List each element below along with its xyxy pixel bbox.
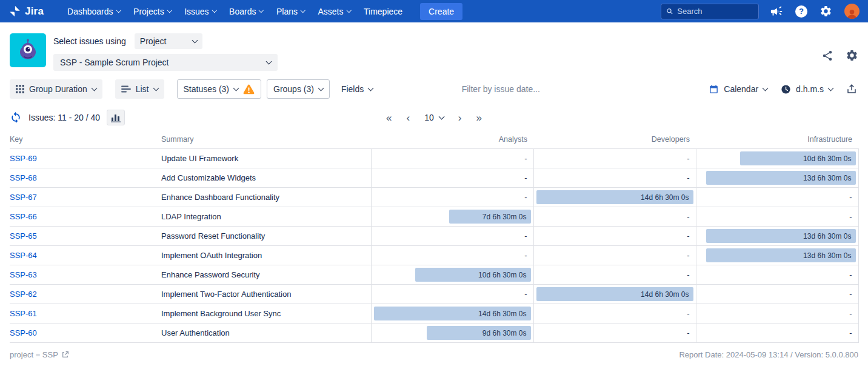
create-button[interactable]: Create — [420, 3, 462, 20]
nav-item-timepiece[interactable]: Timepiece — [357, 0, 409, 22]
table-row: SSP-64Implement OAuth Integration--13d 6… — [10, 246, 858, 265]
first-page-button[interactable]: « — [386, 113, 392, 123]
groups-dropdown[interactable]: Groups (3) — [267, 79, 330, 99]
issue-summary: Implement Background User Sync — [161, 304, 371, 324]
report-settings-gear-icon[interactable] — [846, 49, 858, 62]
issue-key-link[interactable]: SSP-61 — [10, 309, 37, 318]
key-cell: SSP-65 — [10, 227, 161, 246]
issue-table: Key Summary Analysts Developers Infrastr… — [10, 131, 859, 343]
chevron-down-icon — [233, 85, 239, 91]
issue-summary: Add Customizable Widgets — [161, 168, 371, 188]
view-list-dropdown[interactable]: List — [115, 79, 164, 99]
search-input[interactable] — [677, 7, 753, 16]
nav-item-label: Issues — [184, 7, 209, 16]
share-icon[interactable] — [821, 50, 833, 62]
next-page-button[interactable]: › — [458, 113, 462, 123]
issue-key-link[interactable]: SSP-69 — [10, 154, 37, 163]
brand-label: Jira — [25, 5, 44, 18]
duration-cell-developers: - — [533, 265, 696, 285]
jql-filter-text: project = SSP — [10, 350, 58, 359]
issue-key-link[interactable]: SSP-63 — [10, 270, 37, 279]
key-cell: SSP-68 — [10, 168, 161, 188]
nav-item-plans[interactable]: Plans — [270, 0, 312, 22]
duration-cell-analysts: 9d 6h 30m 0s — [371, 324, 533, 343]
prev-page-button[interactable]: ‹ — [407, 113, 410, 123]
issue-key-link[interactable]: SSP-62 — [10, 290, 37, 299]
issue-summary: Enhance Password Security — [161, 265, 371, 285]
chevron-down-icon — [438, 113, 444, 119]
jira-home-link[interactable]: Jira — [8, 5, 44, 18]
issue-key-link[interactable]: SSP-67 — [10, 193, 37, 202]
issue-key-link[interactable]: SSP-60 — [10, 328, 37, 337]
refresh-icon[interactable] — [10, 111, 22, 124]
search-icon — [666, 7, 673, 15]
duration-cell-analysts: - — [371, 188, 533, 207]
duration-cell-developers: - — [533, 246, 696, 265]
navbar-icons — [770, 4, 860, 19]
nav-item-boards[interactable]: Boards — [222, 0, 270, 22]
issue-key-link[interactable]: SSP-64 — [10, 251, 37, 260]
duration-cell-analysts: - — [371, 227, 533, 246]
select-issues-label: Select issues using — [53, 36, 126, 46]
duration-cell-analysts: 10d 6h 30m 0s — [371, 265, 533, 285]
chart-view-button[interactable] — [107, 110, 125, 125]
duration-cell-analysts: 14d 6h 30m 0s — [371, 304, 533, 324]
issue-source-value: Project — [140, 36, 167, 46]
table-row: SSP-63Enhance Password Security10d 6h 30… — [10, 265, 858, 285]
top-navbar: Jira DashboardsProjectsIssuesBoardsPlans… — [0, 0, 868, 22]
fields-label: Fields — [341, 84, 364, 94]
fields-dropdown[interactable]: Fields — [335, 79, 379, 99]
issue-source-dropdown[interactable]: Project — [135, 33, 202, 49]
report-info-label: Report Date: 2024-05-09 13:14 / Version:… — [679, 350, 858, 359]
help-icon[interactable] — [795, 5, 807, 18]
calendar-icon — [709, 84, 719, 95]
duration-cell-analysts: - — [371, 168, 533, 188]
issue-key-link[interactable]: SSP-65 — [10, 231, 37, 241]
nav-item-assets[interactable]: Assets — [312, 0, 358, 22]
duration-bar: 14d 6h 30m 0s — [536, 287, 693, 301]
column-header-analysts: Analysts — [371, 131, 533, 149]
issue-date-filter-input[interactable]: Filter by issue date... — [380, 84, 703, 94]
jira-logo-icon — [8, 5, 21, 18]
calendar-dropdown[interactable]: Calendar — [703, 79, 773, 99]
duration-cell-developers: 14d 6h 30m 0s — [533, 285, 696, 304]
groups-label: Groups (3) — [273, 84, 314, 94]
issue-key-link[interactable]: SSP-66 — [10, 212, 37, 221]
duration-cell-infrastructure: 13d 6h 30m 0s — [696, 246, 858, 265]
warning-icon — [243, 84, 255, 95]
issue-summary: Password Reset Functionality — [161, 227, 371, 246]
settings-gear-icon[interactable] — [820, 5, 832, 18]
grid-icon — [16, 85, 24, 93]
announcements-icon[interactable] — [770, 5, 783, 18]
duration-cell-analysts: - — [371, 246, 533, 265]
duration-cell-developers: - — [533, 227, 696, 246]
export-button[interactable] — [840, 81, 858, 98]
issue-summary: Update UI Framework — [161, 149, 371, 168]
nav-item-projects[interactable]: Projects — [127, 0, 178, 22]
user-avatar[interactable] — [844, 4, 860, 19]
last-page-button[interactable]: » — [476, 113, 481, 123]
key-cell: SSP-61 — [10, 304, 161, 324]
duration-cell-infrastructure: - — [696, 304, 858, 324]
group-duration-dropdown[interactable]: Group Duration — [10, 79, 102, 99]
external-link-icon — [61, 351, 69, 359]
duration-cell-infrastructure: - — [696, 324, 858, 343]
navbar-search[interactable] — [661, 4, 759, 19]
duration-bar: 7d 6h 30m 0s — [449, 210, 531, 224]
table-row: SSP-65Password Reset Functionality--13d … — [10, 227, 858, 246]
nav-item-label: Projects — [133, 7, 164, 16]
page-size-dropdown[interactable]: 10 — [424, 113, 444, 122]
project-dropdown[interactable]: SSP - Sample Scrum Project — [53, 54, 278, 71]
jql-filter-link[interactable]: project = SSP — [10, 350, 69, 359]
table-row: SSP-62Implement Two-Factor Authenticatio… — [10, 285, 858, 304]
duration-format-dropdown[interactable]: d.h.m.s — [775, 79, 839, 99]
nav-item-issues[interactable]: Issues — [178, 0, 222, 22]
issue-key-link[interactable]: SSP-68 — [10, 173, 37, 182]
statuses-dropdown[interactable]: Statuses (3) — [177, 79, 261, 99]
key-cell: SSP-62 — [10, 285, 161, 304]
duration-bar: 13d 6h 30m 0s — [706, 248, 856, 262]
chevron-down-icon — [259, 8, 264, 13]
nav-item-dashboards[interactable]: Dashboards — [61, 0, 127, 22]
header-actions — [821, 49, 858, 62]
duration-cell-developers: - — [533, 324, 696, 343]
